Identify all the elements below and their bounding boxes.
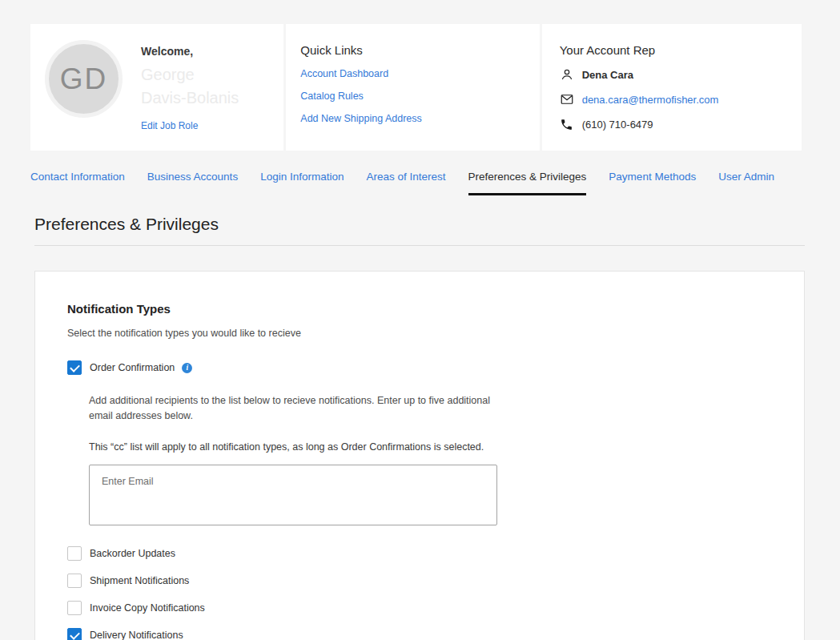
order-confirmation-row: Order Confirmation i [67,360,772,375]
tab-areas-of-interest[interactable]: Areas of Interest [366,171,445,195]
welcome-card: GD Welcome, George Davis-Bolanis Edit Jo… [30,24,283,151]
rep-email-row: dena.cara@thermofisher.com [560,92,784,107]
notification-checkbox-list: Backorder Updates Shipment Notifications… [67,546,772,640]
recipients-help-text: Add additional recipients to the list be… [89,393,515,425]
rep-name-row: Dena Cara [560,67,784,82]
rep-email-link[interactable]: dena.cara@thermofisher.com [582,94,719,106]
invoice-copy-notifications-label: Invoice Copy Notifications [90,602,205,614]
tab-user-admin[interactable]: User Admin [718,171,774,195]
account-tabs: Contact Information Business Accounts Lo… [30,171,840,195]
cc-email-input[interactable] [89,465,497,525]
notification-types-title: Notification Types [67,302,772,316]
title-divider [34,245,805,246]
envelope-icon [560,92,574,107]
invoice-copy-notifications-row: Invoice Copy Notifications [67,601,772,615]
user-last-name: Davis-Bolanis [141,87,239,110]
quick-links-card: Quick Links Account Dashboard Catalog Ru… [286,24,539,151]
info-icon[interactable]: i [182,363,192,373]
tab-business-accounts[interactable]: Business Accounts [147,171,238,195]
shipment-notifications-checkbox[interactable] [67,574,82,588]
account-rep-card: Your Account Rep Dena Cara dena.cara@the… [542,24,802,151]
tab-payment-methods[interactable]: Payment Methods [609,171,696,195]
quick-links-title: Quick Links [300,43,524,57]
shipment-notifications-row: Shipment Notifications [67,574,772,588]
person-icon [560,67,574,82]
preferences-panel: Notification Types Select the notificati… [34,271,805,640]
delivery-notifications-checkbox[interactable] [67,628,82,640]
delivery-notifications-label: Delivery Notifications [90,630,183,640]
tab-preferences-privileges[interactable]: Preferences & Privileges [468,171,587,195]
welcome-text: Welcome, George Davis-Bolanis Edit Job R… [141,40,239,135]
phone-icon [560,117,574,131]
rep-phone: (610) 710-6479 [582,119,653,131]
rep-name: Dena Cara [582,69,633,81]
tab-contact-information[interactable]: Contact Information [30,171,125,195]
cc-note: This “cc” list will apply to all notific… [89,441,772,453]
backorder-updates-row: Backorder Updates [67,546,772,561]
header-cards: GD Welcome, George Davis-Bolanis Edit Jo… [30,24,802,151]
link-account-dashboard[interactable]: Account Dashboard [300,68,524,79]
invoice-copy-notifications-checkbox[interactable] [67,601,82,615]
account-rep-title: Your Account Rep [560,43,784,57]
tab-login-information[interactable]: Login Information [260,171,344,195]
order-confirmation-checkbox[interactable] [67,360,82,375]
backorder-updates-checkbox[interactable] [67,546,82,561]
link-catalog-rules[interactable]: Catalog Rules [300,91,524,102]
avatar: GD [45,40,123,118]
rep-phone-row: (610) 710-6479 [560,117,784,131]
shipment-notifications-label: Shipment Notifications [90,575,189,586]
cc-recipients-block: Add additional recipients to the list be… [89,393,772,525]
user-first-name: George [141,63,239,87]
welcome-greeting: Welcome, [141,45,239,58]
user-name: George Davis-Bolanis [141,63,239,110]
edit-job-role-link[interactable]: Edit Job Role [141,120,198,131]
link-add-new-shipping-address[interactable]: Add New Shipping Address [300,113,524,124]
notification-types-subtitle: Select the notification types you would … [67,328,772,339]
order-confirmation-label: Order Confirmation [90,362,175,373]
backorder-updates-label: Backorder Updates [90,548,175,559]
delivery-notifications-row: Delivery Notifications [67,628,772,640]
page-title: Preferences & Privileges [34,215,840,234]
